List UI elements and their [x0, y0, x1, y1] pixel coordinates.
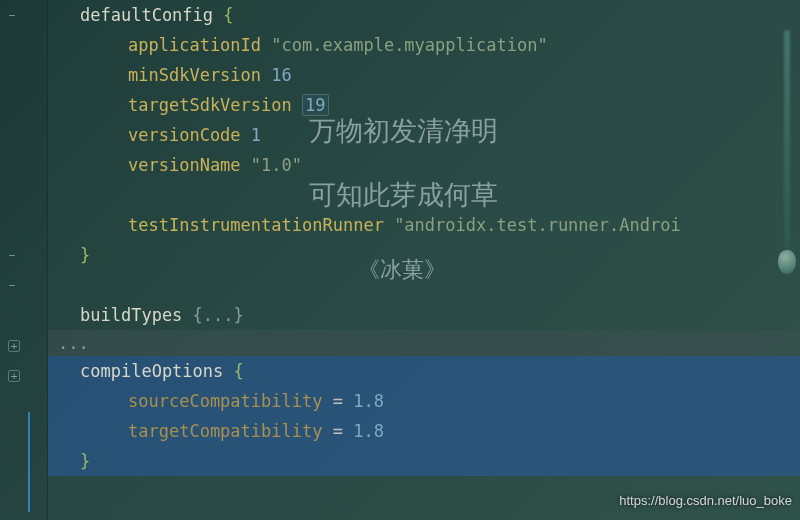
- change-marker: [28, 412, 30, 512]
- operator: =: [322, 421, 353, 441]
- code-line: targetSdkVersion 19: [48, 90, 800, 120]
- code-line-folded[interactable]: buildTypes {...}: [48, 300, 800, 330]
- code-line: applicationId "com.example.myapplication…: [48, 30, 800, 60]
- property: targetSdkVersion: [128, 95, 292, 115]
- code-line-highlighted: }: [48, 446, 800, 476]
- code-line: testInstrumentationRunner "androidx.test…: [48, 210, 800, 240]
- keyword: buildTypes: [80, 305, 182, 325]
- keyword: compileOptions: [80, 361, 223, 381]
- editor-gutter: − − − + +: [0, 0, 48, 520]
- property: testInstrumentationRunner: [128, 215, 384, 235]
- folded-block[interactable]: {...}: [193, 305, 244, 325]
- property: versionCode: [128, 125, 241, 145]
- number-literal: 16: [271, 65, 291, 85]
- code-line-highlighted: targetCompatibility = 1.8: [48, 416, 800, 446]
- string-literal: "1.0": [251, 155, 302, 175]
- brace: }: [80, 451, 90, 471]
- keyword: defaultConfig: [80, 5, 213, 25]
- property: sourceCompatibility: [128, 391, 322, 411]
- brace: }: [80, 245, 90, 265]
- property: versionName: [128, 155, 241, 175]
- number-literal: 1.8: [353, 421, 384, 441]
- property: applicationId: [128, 35, 261, 55]
- code-line-empty: [48, 270, 800, 300]
- fold-minus-icon[interactable]: −: [6, 250, 18, 262]
- property: minSdkVersion: [128, 65, 261, 85]
- code-line-empty: [48, 180, 800, 210]
- code-line: defaultConfig {: [48, 0, 800, 30]
- code-line-folded[interactable]: ...: [48, 330, 800, 356]
- fold-plus-icon[interactable]: +: [8, 370, 20, 382]
- fold-plus-icon[interactable]: +: [8, 340, 20, 352]
- string-literal: "com.example.myapplication": [271, 35, 547, 55]
- ellipsis: ...: [58, 333, 89, 353]
- brace: {: [223, 5, 233, 25]
- code-line: versionName "1.0": [48, 150, 800, 180]
- number-literal: 1.8: [353, 391, 384, 411]
- code-line: versionCode 1: [48, 120, 800, 150]
- property: targetCompatibility: [128, 421, 322, 441]
- operator: =: [322, 391, 353, 411]
- code-line: }: [48, 240, 800, 270]
- string-literal: "androidx.test.runner.Androi: [394, 215, 681, 235]
- number-literal: 1: [251, 125, 261, 145]
- fold-minus-icon[interactable]: −: [6, 10, 18, 22]
- number-literal-warning: 19: [302, 94, 328, 116]
- watermark: https://blog.csdn.net/luo_boke: [619, 486, 792, 516]
- brace: {: [234, 361, 244, 381]
- code-line-highlighted: sourceCompatibility = 1.8: [48, 386, 800, 416]
- code-editor[interactable]: defaultConfig { applicationId "com.examp…: [48, 0, 800, 520]
- fold-minus-icon[interactable]: −: [6, 280, 18, 292]
- code-line-highlighted: compileOptions {: [48, 356, 800, 386]
- code-line: minSdkVersion 16: [48, 60, 800, 90]
